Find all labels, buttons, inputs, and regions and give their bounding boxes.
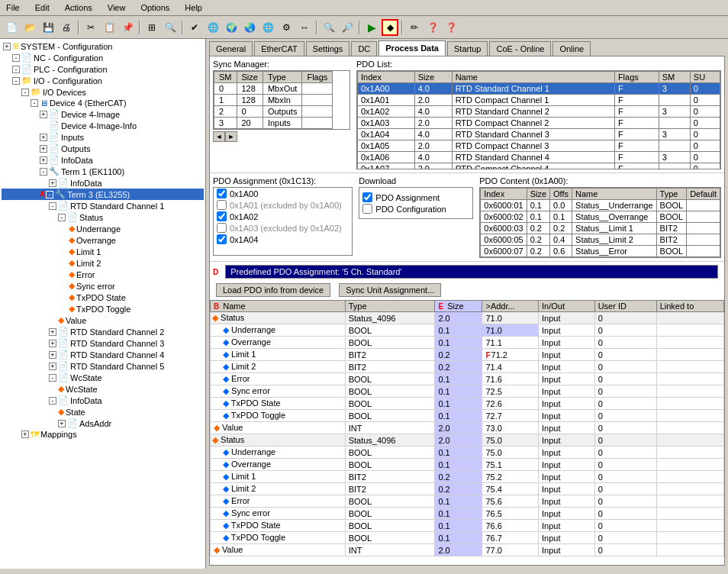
run-btn[interactable]: ▶ <box>363 19 380 36</box>
pt-row-value-ch1[interactable]: ◆ Value INT 2.0 73.0 Input 0 <box>211 422 724 434</box>
tab-settings[interactable]: Settings <box>306 41 350 56</box>
net4-btn[interactable]: 🌐 <box>259 19 276 36</box>
menu-options[interactable]: Options <box>137 2 172 14</box>
net2-btn[interactable]: 🌍 <box>223 19 240 36</box>
download-pdo-assignment-checkbox[interactable] <box>362 192 372 202</box>
pdo-row-1[interactable]: 0x1A01 2.0 RTD Compact Channel 1 F 0 <box>358 95 720 106</box>
highlight-btn[interactable]: ◆ <box>382 19 398 36</box>
expand-rtd-ch1[interactable]: - <box>49 202 56 210</box>
expand-adsaddr[interactable]: + <box>58 420 66 427</box>
tab-ethercat[interactable]: EtherCAT <box>254 41 304 56</box>
paste-btn[interactable]: 📌 <box>119 19 136 36</box>
expand-infodata-dev[interactable]: + <box>40 156 47 164</box>
copy-btn[interactable]: 📋 <box>101 19 118 36</box>
net3-btn[interactable]: 🌏 <box>241 19 258 36</box>
tree-item-infodata-dev[interactable]: + 📄 InfoData <box>2 154 204 166</box>
tree-item-wcstate[interactable]: ◆ WcState <box>2 383 204 395</box>
sm-row-1[interactable]: 1 128 MbxIn <box>214 95 333 106</box>
tree-item-nc[interactable]: - 📄 NC - Configuration <box>2 52 204 63</box>
pt-row-overrange-ch2[interactable]: ◆ Overrange BOOL 0.1 75.1 Input 0 <box>211 459 724 471</box>
sync-unit-btn[interactable]: Sync Unit Assignment... <box>339 283 441 297</box>
pt-row-value-ch2[interactable]: ◆ Value INT 2.0 77.0 Input 0 <box>211 544 724 556</box>
tree-item-rtd-ch5[interactable]: + 📄 RTD Standard Channel 5 <box>2 360 204 372</box>
tree-item-error[interactable]: ◆ Error <box>2 269 204 280</box>
pdo-assign-item-2[interactable]: 0x1A02 <box>214 211 352 222</box>
pdo-assignment-list[interactable]: 0x1A00 0x1A01 (excluded by 0x1A00) 0x1A0… <box>213 187 353 256</box>
net5-btn[interactable]: ⚙ <box>278 19 295 36</box>
help2-btn[interactable]: ❓ <box>443 19 459 36</box>
expand-wcstate[interactable]: - <box>49 374 56 382</box>
tree-item-infodata-term1[interactable]: + 📄 InfoData <box>2 177 204 189</box>
load-pdo-btn[interactable]: Load PDO info from device <box>216 283 330 297</box>
tree-item-system[interactable]: + ⊞ SYSTEM - Configuration <box>2 40 204 52</box>
expand-device4[interactable]: - <box>31 99 38 107</box>
download-pdo-config-checkbox[interactable] <box>362 204 372 214</box>
sm-row-0[interactable]: 0 128 MbxOut <box>214 83 333 95</box>
pt-row-underrange-ch2[interactable]: ◆ Underrange BOOL 0.1 75.0 Input 0 <box>211 447 724 459</box>
menu-actions[interactable]: Actions <box>62 2 95 14</box>
sm-row-2[interactable]: 2 0 Outputs <box>214 106 333 118</box>
pdo-assign-check-3[interactable] <box>217 223 227 233</box>
pt-row-limit1-ch2[interactable]: ◆ Limit 1 BIT2 0.2 75.2 Input 0 <box>211 471 724 483</box>
save-btn[interactable]: 💾 <box>40 19 56 36</box>
scan-btn[interactable]: 🔍 <box>162 19 179 36</box>
net1-btn[interactable]: 🌐 <box>205 19 221 36</box>
expand-rtd-ch5[interactable]: + <box>49 363 56 370</box>
pt-row-syncerror-ch1[interactable]: ◆ Sync error BOOL 0.1 72.5 Input 0 <box>211 385 724 398</box>
pdoc-row-1[interactable]: 0x6000:02 0.1 0.1 Status__Overrange BOOL <box>481 211 720 223</box>
expand-device4-image[interactable]: + <box>40 111 47 118</box>
devices-btn[interactable]: ⊞ <box>143 19 160 36</box>
pdo-assign-check-0[interactable] <box>217 189 227 198</box>
tree-item-device4-image[interactable]: + 📄 Device 4-Image <box>2 108 204 120</box>
tree-item-device4[interactable]: - 🖥 Device 4 (EtherCAT) <box>2 98 204 108</box>
expand-rtd-ch3[interactable]: + <box>49 340 56 347</box>
pdo-row-4[interactable]: 0x1A04 4.0 RTD Standard Channel 3 F 3 0 <box>358 129 720 140</box>
menu-edit[interactable]: Edit <box>32 2 53 14</box>
tree-item-overrange[interactable]: ◆ Overrange <box>2 234 204 246</box>
pt-row-underrange-ch1[interactable]: ◆ Underrange BOOL 0.1 71.0 Input 0 <box>211 324 724 337</box>
pdo-assign-check-4[interactable] <box>217 234 227 244</box>
pt-row-txpdo-toggle-ch1[interactable]: ◆ TxPDO Toggle BOOL 0.1 72.7 Input 0 <box>211 410 724 422</box>
tree-item-rtd-ch3[interactable]: + 📄 RTD Standard Channel 3 <box>2 337 204 349</box>
expand-inputs[interactable]: + <box>40 134 47 141</box>
tree-item-rtd-ch1[interactable]: - 📄 RTD Standard Channel 1 <box>2 200 204 211</box>
tree-item-inputs[interactable]: + 📄 Inputs <box>2 131 204 143</box>
pdo-assign-item-0[interactable]: 0x1A00 <box>214 188 352 199</box>
tree-item-rtd-ch4[interactable]: + 📄 RTD Standard Channel 4 <box>2 349 204 360</box>
tab-general[interactable]: General <box>209 41 253 56</box>
tree-item-term3[interactable]: A - 🔧 Term 3 (EL3255) <box>2 189 204 200</box>
pdo-row-5[interactable]: 0x1A05 2.0 RTD Compact Channel 3 F 0 <box>358 140 720 152</box>
pdoc-row-2[interactable]: 0x6000:03 0.2 0.2 Status__Limit 1 BIT2 <box>481 223 720 234</box>
help-btn[interactable]: ❓ <box>424 19 441 36</box>
menu-view[interactable]: View <box>105 2 129 14</box>
open-btn[interactable]: 📂 <box>21 19 38 36</box>
pdo-row-6[interactable]: 0x1A06 4.0 RTD Standard Channel 4 F 3 0 <box>358 152 720 163</box>
tab-process-data[interactable]: Process Data <box>378 40 446 56</box>
tree-item-term1[interactable]: - 🔧 Term 1 (EK1100) <box>2 166 204 177</box>
expand-mappings[interactable]: + <box>21 430 29 438</box>
pdo-content-scroll[interactable]: Index Size Offs Name Type Default <box>479 187 721 258</box>
expand-rtd-ch2[interactable]: + <box>49 328 56 336</box>
pt-row-syncerror-ch2[interactable]: ◆ Sync error BOOL 0.1 76.5 Input 0 <box>211 508 724 520</box>
sm-row-3[interactable]: 3 20 Inputs <box>214 118 333 129</box>
expand-io[interactable]: - <box>12 77 20 85</box>
pdoc-row-3[interactable]: 0x6000:05 0.2 0.4 Status__Limit 2 BIT2 <box>481 234 720 246</box>
tree-item-adsaddr[interactable]: + 📄 AdsAddr <box>2 418 204 429</box>
tree-item-state[interactable]: ◆ State <box>2 406 204 418</box>
pt-row-overrange-ch1[interactable]: ◆ Overrange BOOL 0.1 71.1 Input 0 <box>211 337 724 349</box>
menu-file[interactable]: File <box>3 2 23 14</box>
cut-btn[interactable]: ✂ <box>82 19 99 36</box>
predefined-dropdown[interactable]: Predefined PDO Assignment: '5 Ch. Standa… <box>225 265 718 279</box>
tree-item-status-ch1[interactable]: - 📄 Status <box>2 211 204 223</box>
tree-item-mappings[interactable]: + 🗺 Mappings <box>2 429 204 440</box>
pt-row-txpdo-toggle-ch2[interactable]: ◆ TxPDO Toggle BOOL 0.1 76.7 Input 0 <box>211 532 724 544</box>
pdo-row-2[interactable]: 0x1A02 4.0 RTD Standard Channel 2 F 3 0 <box>358 106 720 118</box>
check-btn[interactable]: ✔ <box>186 19 203 36</box>
tree-item-rtd-ch2[interactable]: + 📄 RTD Standard Channel 2 <box>2 326 204 337</box>
pt-row-txpdo-state-ch1[interactable]: ◆ TxPDO State BOOL 0.1 72.6 Input 0 <box>211 398 724 410</box>
expand-rtd-ch4[interactable]: + <box>49 351 56 359</box>
tree-item-limit2[interactable]: ◆ Limit 2 <box>2 257 204 269</box>
pt-row-limit1-ch1[interactable]: ◆ Limit 1 BIT2 0.2 F71.2 Input 0 <box>211 349 724 361</box>
pt-row-txpdo-state-ch2[interactable]: ◆ TxPDO State BOOL 0.1 76.6 Input 0 <box>211 520 724 532</box>
tab-coe-online[interactable]: CoE - Online <box>489 41 551 56</box>
